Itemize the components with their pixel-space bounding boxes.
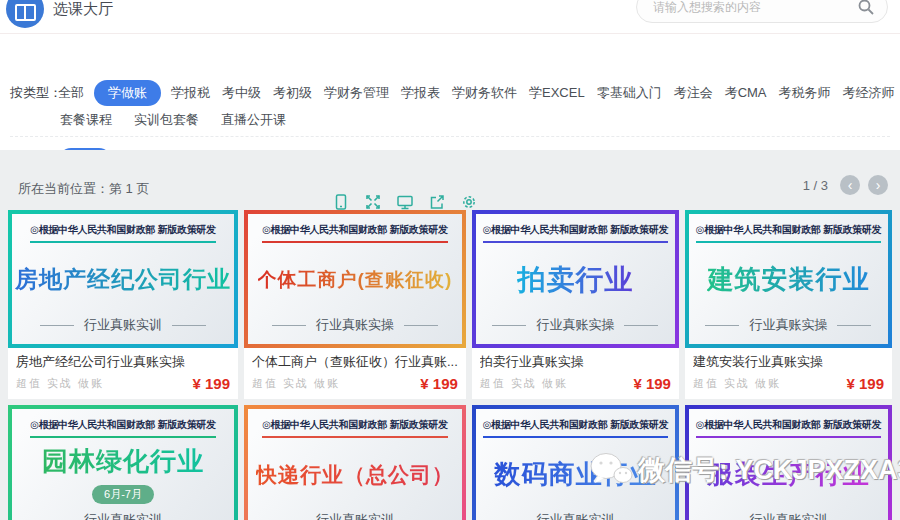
banner-note: ◎根据中华人民共和国财政部 新版政策研发 bbox=[483, 223, 669, 243]
banner-title: 拍卖行业 bbox=[517, 261, 633, 299]
type-filter-economist[interactable]: 考经济师 bbox=[841, 81, 897, 105]
banner-title: 服装生产行业 bbox=[707, 457, 869, 492]
banner-subtitle: 行业真账实操 bbox=[272, 316, 438, 334]
type-filter-beginner[interactable]: 零基础入门 bbox=[595, 81, 664, 105]
type-filter-cpa[interactable]: 考注会 bbox=[672, 81, 715, 105]
monitor-icon bbox=[396, 193, 414, 211]
type-filter-junior[interactable]: 考初级 bbox=[271, 81, 314, 105]
course-price: ¥ 199 bbox=[633, 375, 671, 392]
banner-subtitle: 行业真账实操 bbox=[492, 316, 658, 334]
banner-note: ◎根据中华人民共和国财政部 新版政策研发 bbox=[30, 418, 216, 438]
banner-subtitle: 行业真账实训 bbox=[272, 511, 438, 520]
course-title: 房地产经纪公司行业真账实操 bbox=[16, 353, 230, 371]
course-banner: ◎根据中华人民共和国财政部 新版政策研发 房地产经纪公司行业 行业真账实训 bbox=[8, 210, 238, 348]
banner-title: 园林绿化行业 bbox=[42, 444, 204, 479]
course-tags: 超值 实战 做账 bbox=[480, 376, 568, 391]
course-banner: ◎根据中华人民共和国财政部 新版政策研发 拍卖行业 行业真账实操 bbox=[472, 210, 679, 348]
course-card[interactable]: ◎根据中华人民共和国财政部 新版政策研发 建筑安装行业 行业真账实操 建筑安装行… bbox=[685, 210, 892, 399]
page-title: 选课大厅 bbox=[53, 0, 113, 19]
type-filter-package-course[interactable]: 套餐课程 bbox=[58, 108, 114, 132]
expand-arrows-icon bbox=[364, 193, 382, 211]
course-banner: ◎根据中华人民共和国财政部 新版政策研发 园林绿化行业 6月-7月 行业真账实训 bbox=[8, 405, 238, 520]
type-filter-cma[interactable]: 考CMA bbox=[723, 81, 769, 105]
type-filter-bookkeeping-active[interactable]: 学做账 bbox=[94, 80, 161, 106]
type-filter-training-package[interactable]: 实训包套餐 bbox=[132, 108, 201, 132]
course-title: 建筑安装行业真账实操 bbox=[693, 353, 884, 371]
card-badge: 6月-7月 bbox=[92, 485, 154, 504]
course-card[interactable]: ◎根据中华人民共和国财政部 新版政策研发 个体工商户(查账征收) 行业真账实操 … bbox=[244, 210, 466, 399]
banner-title: 数码商业行业 bbox=[494, 457, 656, 492]
course-card[interactable]: ◎根据中华人民共和国财政部 新版政策研发 园林绿化行业 6月-7月 行业真账实训 bbox=[8, 405, 238, 520]
type-filter-intermediate[interactable]: 考中级 bbox=[220, 81, 263, 105]
search-input[interactable] bbox=[651, 0, 857, 15]
next-page-button[interactable]: › bbox=[868, 175, 888, 195]
course-hall-icon bbox=[6, 0, 44, 28]
banner-subtitle: 行业真账实训 bbox=[40, 511, 206, 520]
course-card[interactable]: ◎根据中华人民共和国财政部 新版政策研发 快递行业（总公司） 行业真账实训 bbox=[244, 405, 466, 520]
course-price: ¥ 199 bbox=[846, 375, 884, 392]
banner-title: 房地产经纪公司行业 bbox=[15, 264, 231, 295]
course-price: ¥ 199 bbox=[192, 375, 230, 392]
banner-title: 建筑安装行业 bbox=[707, 262, 869, 297]
course-tags: 超值 实战 做账 bbox=[693, 376, 781, 391]
type-filter-tax[interactable]: 学报税 bbox=[169, 81, 212, 105]
filter-divider bbox=[10, 136, 890, 137]
page-indicator: 1 / 3 bbox=[803, 178, 828, 193]
top-header: 选课大厅 bbox=[0, 0, 900, 34]
banner-note: ◎根据中华人民共和国财政部 新版政策研发 bbox=[262, 418, 448, 438]
course-banner: ◎根据中华人民共和国财政部 新版政策研发 服装生产行业 行业真账实训 bbox=[685, 405, 892, 520]
course-card[interactable]: ◎根据中华人民共和国财政部 新版政策研发 数码商业行业 行业真账实训 bbox=[472, 405, 679, 520]
course-banner: ◎根据中华人民共和国财政部 新版政策研发 建筑安装行业 行业真账实操 bbox=[685, 210, 892, 348]
type-filter-row: 全部 学做账 学报税 考中级 考初级 学财务管理 学报表 学财务软件 学EXCE… bbox=[56, 80, 896, 106]
tablet-icon bbox=[332, 193, 350, 211]
course-banner: ◎根据中华人民共和国财政部 新版政策研发 数码商业行业 行业真账实训 bbox=[472, 405, 679, 520]
banner-subtitle: 行业真账实训 bbox=[705, 511, 871, 520]
gear-icon bbox=[460, 193, 478, 211]
banner-note: ◎根据中华人民共和国财政部 新版政策研发 bbox=[262, 223, 448, 243]
banner-subtitle: 行业真账实训 bbox=[40, 316, 206, 334]
chevron-left-icon: ‹ bbox=[848, 177, 853, 193]
banner-title: 快递行业（总公司） bbox=[256, 461, 454, 489]
type-filter-reports[interactable]: 学报表 bbox=[399, 81, 442, 105]
course-banner: ◎根据中华人民共和国财政部 新版政策研发 快递行业（总公司） 行业真账实训 bbox=[244, 405, 466, 520]
course-card[interactable]: ◎根据中华人民共和国财政部 新版政策研发 服装生产行业 行业真账实训 bbox=[685, 405, 892, 520]
share-icon bbox=[428, 193, 446, 211]
filter-panel: 按类型： 全部 学做账 学报税 考中级 考初级 学财务管理 学报表 学财务软件 … bbox=[0, 34, 900, 150]
type-filter-label: 按类型： bbox=[10, 84, 62, 102]
search-box bbox=[636, 0, 888, 23]
search-button[interactable] bbox=[857, 0, 887, 22]
course-banner: ◎根据中华人民共和国财政部 新版政策研发 个体工商户(查账征收) 行业真账实操 bbox=[244, 210, 466, 348]
course-card[interactable]: ◎根据中华人民共和国财政部 新版政策研发 拍卖行业 行业真账实操 拍卖行业真账实… bbox=[472, 210, 679, 399]
banner-title: 个体工商户(查账征收) bbox=[258, 267, 453, 293]
prev-page-button[interactable]: ‹ bbox=[840, 175, 860, 195]
type-filter-live-open-class[interactable]: 直播公开课 bbox=[219, 108, 288, 132]
search-icon bbox=[857, 0, 875, 16]
banner-note: ◎根据中华人民共和国财政部 新版政策研发 bbox=[30, 223, 216, 243]
banner-note: ◎根据中华人民共和国财政部 新版政策研发 bbox=[696, 418, 882, 438]
banner-note: ◎根据中华人民共和国财政部 新版政策研发 bbox=[483, 418, 669, 438]
course-tags: 超值 实战 做账 bbox=[16, 376, 104, 391]
banner-note: ◎根据中华人民共和国财政部 新版政策研发 bbox=[696, 223, 882, 243]
course-title: 拍卖行业真账实操 bbox=[480, 353, 671, 371]
course-title: 个体工商户（查账征收）行业真账... bbox=[252, 353, 458, 371]
type-filter-tax-agent[interactable]: 考税务师 bbox=[777, 81, 833, 105]
type-filter-excel[interactable]: 学EXCEL bbox=[527, 81, 587, 105]
current-location-text: 所在当前位置：第 1 页 bbox=[18, 180, 149, 198]
course-price: ¥ 199 bbox=[420, 375, 458, 392]
type-filter-row2: 套餐课程 实训包套餐 直播公开课 bbox=[58, 108, 288, 132]
course-grid: ◎根据中华人民共和国财政部 新版政策研发 房地产经纪公司行业 行业真账实训 房地… bbox=[8, 210, 892, 520]
course-list-panel: 所在当前位置：第 1 页 bbox=[0, 150, 900, 520]
type-filter-software[interactable]: 学财务软件 bbox=[450, 81, 519, 105]
banner-subtitle: 行业真账实操 bbox=[705, 316, 871, 334]
course-tags: 超值 实战 做账 bbox=[252, 376, 340, 391]
course-card[interactable]: ◎根据中华人民共和国财政部 新版政策研发 房地产经纪公司行业 行业真账实训 房地… bbox=[8, 210, 238, 399]
chevron-right-icon: › bbox=[876, 177, 881, 193]
pagination: 1 / 3 ‹ › bbox=[803, 175, 888, 195]
banner-subtitle: 行业真账实训 bbox=[492, 511, 658, 520]
type-filter-finance-mgmt[interactable]: 学财务管理 bbox=[322, 81, 391, 105]
type-filter-all[interactable]: 全部 bbox=[56, 81, 86, 105]
